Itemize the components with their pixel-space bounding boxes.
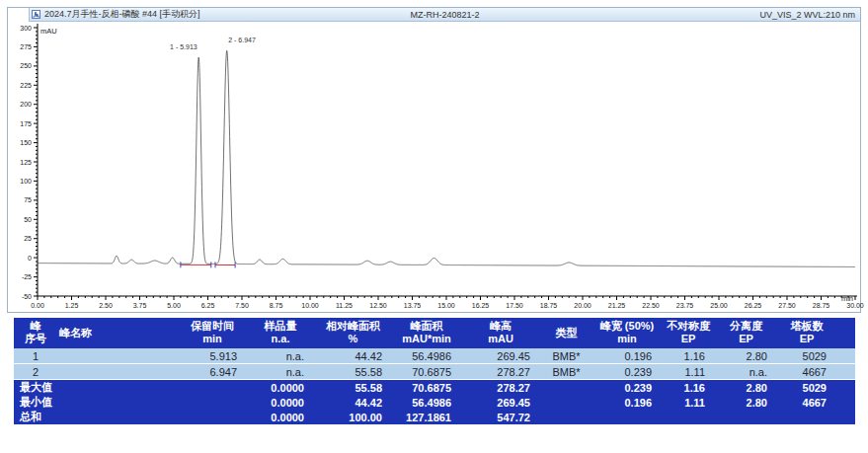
cell-amount: n.a. <box>247 348 314 364</box>
column-header-amount: 样品量n.a. <box>247 318 314 348</box>
column-header-width-50: 峰宽 (50%)min <box>592 318 662 348</box>
svg-text:0: 0 <box>28 255 32 262</box>
svg-text:15.00: 15.00 <box>437 302 455 309</box>
svg-text:150: 150 <box>20 139 32 146</box>
cell-relative-area: 100.00 <box>314 410 392 424</box>
svg-text:225: 225 <box>20 82 32 89</box>
table-row[interactable]: 最小值 0.0000 44.42 56.4986 269.45 0.196 1.… <box>14 395 855 410</box>
column-header-relative-area: 相对峰面积% <box>314 318 392 348</box>
cell-relative-area: 44.42 <box>314 395 392 410</box>
column-header-resolution: 分离度EP <box>715 318 777 348</box>
svg-text:50: 50 <box>24 216 32 223</box>
cell-height: 547.72 <box>461 410 540 424</box>
svg-text:21.25: 21.25 <box>608 302 626 309</box>
svg-text:3.75: 3.75 <box>133 302 147 309</box>
svg-text:300: 300 <box>20 25 32 32</box>
cell-resolution <box>715 410 777 424</box>
cell-filler <box>836 395 855 410</box>
svg-text:20.00: 20.00 <box>574 302 592 309</box>
svg-text:100: 100 <box>20 178 32 185</box>
cell-amount: 0.0000 <box>247 410 314 424</box>
cell-height: 278.27 <box>461 380 540 396</box>
cell-peak-name <box>57 364 178 380</box>
svg-text:5.00: 5.00 <box>167 302 181 309</box>
cell-peak-name <box>57 380 178 396</box>
cell-resolution: 2.80 <box>715 348 777 364</box>
svg-text:25.00: 25.00 <box>710 302 728 309</box>
svg-text:28.75: 28.75 <box>813 302 830 309</box>
svg-text:17.50: 17.50 <box>506 302 523 309</box>
cell-width-50 <box>592 410 662 424</box>
svg-text:25: 25 <box>24 235 32 242</box>
cell-height: 269.45 <box>461 348 540 364</box>
cell-width-50: 0.239 <box>592 380 662 396</box>
column-header-asymmetry: 不对称度EP <box>662 318 715 348</box>
cell-relative-area: 55.58 <box>314 380 392 396</box>
svg-text:16.25: 16.25 <box>472 302 490 309</box>
column-header-retention-time: 保留时间min <box>178 318 247 348</box>
cell-filler <box>836 380 855 396</box>
svg-text:75: 75 <box>24 196 32 203</box>
svg-text:200: 200 <box>20 101 32 108</box>
column-header-filler <box>836 318 855 348</box>
cell-relative-area: 55.58 <box>314 364 392 380</box>
chromatogram-icon <box>32 10 40 19</box>
cell-resolution: n.a. <box>715 364 777 380</box>
svg-text:27.50: 27.50 <box>778 302 796 309</box>
cell-plates <box>777 410 836 424</box>
table-row[interactable]: 2 6.947 n.a. 55.58 70.6875 278.27 BMB* 0… <box>14 364 855 380</box>
axes <box>38 24 857 296</box>
svg-text:8.75: 8.75 <box>270 302 283 309</box>
svg-text:-25: -25 <box>22 273 32 280</box>
cell-type <box>540 395 592 410</box>
svg-text:7.50: 7.50 <box>235 302 249 309</box>
integration-baselines <box>181 262 235 267</box>
chromatogram-plot[interactable]: -50-250255075100125150175200225250275300… <box>8 22 860 312</box>
results-table-body: 1 5.913 n.a. 44.42 56.4986 269.45 BMB* 0… <box>14 348 855 424</box>
chromatogram-titlebar[interactable]: 2024.7月手性-反相-磷酸 #44 [手动积分] MZ-RH-240821-… <box>29 8 860 22</box>
cell-amount: 0.0000 <box>247 380 314 396</box>
cell-area: 70.6875 <box>392 364 461 380</box>
channel-label: UV_VIS_2 WVL:210 nm <box>759 10 855 20</box>
svg-text:13.75: 13.75 <box>404 302 422 309</box>
cell-plates: 4667 <box>777 395 836 410</box>
cell-peak-name <box>57 395 178 410</box>
cell-asymmetry: 1.16 <box>662 348 715 364</box>
cell-asymmetry: 1.16 <box>662 380 715 396</box>
cell-width-50: 0.196 <box>592 395 662 410</box>
cell-asymmetry <box>662 410 715 424</box>
y-axis-ticks: -50-250255075100125150175200225250275300 <box>20 25 38 300</box>
header-row: 峰序号 峰名称 保留时间min 样品量n.a. 相对峰面积% 峰面积mAU*mi… <box>14 318 855 348</box>
svg-text:30.00: 30.00 <box>846 302 864 309</box>
svg-text:250: 250 <box>20 62 32 69</box>
cell-width-50: 0.239 <box>592 364 662 380</box>
cell-retention-time <box>178 410 247 424</box>
cell-height: 269.45 <box>461 395 540 410</box>
cell-type: BMB* <box>540 364 592 380</box>
cell-resolution: 2.80 <box>715 380 777 396</box>
table-row[interactable]: 1 5.913 n.a. 44.42 56.4986 269.45 BMB* 0… <box>14 348 855 364</box>
cell-peak-no: 2 <box>14 364 57 380</box>
cell-filler <box>836 410 855 424</box>
svg-text:0.00: 0.00 <box>31 302 44 309</box>
cell-peak-name <box>57 410 178 424</box>
cell-amount: n.a. <box>247 364 314 380</box>
svg-text:2 - 6.947: 2 - 6.947 <box>228 37 256 43</box>
cell-area: 70.6875 <box>392 380 461 396</box>
x-unit-label: min <box>841 294 853 303</box>
svg-text:1.25: 1.25 <box>65 302 79 309</box>
svg-text:23.75: 23.75 <box>676 302 694 309</box>
cell-relative-area: 44.42 <box>314 348 392 364</box>
svg-text:125: 125 <box>20 159 32 166</box>
table-row[interactable]: 总和 0.0000 100.00 127.1861 547.72 <box>14 410 855 424</box>
table-row[interactable]: 最大值 0.0000 55.58 70.6875 278.27 0.239 1.… <box>14 380 855 396</box>
cell-filler <box>836 348 855 364</box>
y-unit-label: mAU <box>40 27 57 36</box>
cell-asymmetry: 1.11 <box>662 364 715 380</box>
svg-text:275: 275 <box>20 43 32 50</box>
cell-area: 56.4986 <box>392 348 461 364</box>
x-axis-ticks: 0.001.252.503.755.006.257.508.7510.0011.… <box>31 296 864 309</box>
signal-trace <box>38 50 855 266</box>
svg-text:26.25: 26.25 <box>745 302 762 309</box>
svg-text:18.75: 18.75 <box>540 302 558 309</box>
